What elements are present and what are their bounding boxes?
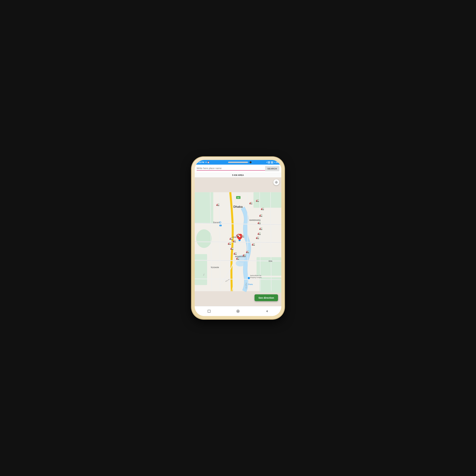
truck-marker-8[interactable]: 🚛 (257, 232, 261, 235)
phone-camera (250, 161, 252, 163)
truck-marker-19[interactable]: 🚛 (246, 250, 249, 253)
see-direction-button[interactable]: See direction (255, 294, 278, 301)
bottom-nav (195, 306, 281, 316)
svg-text:DDA: DDA (269, 260, 272, 262)
svg-text:Dhaka: Dhaka (233, 205, 243, 208)
status-left: 6:32 PM ✈ ⏰ (197, 161, 210, 163)
truck-marker-5[interactable]: 🚛 (259, 214, 262, 217)
svg-text:Banani: Banani (213, 221, 220, 224)
location-button[interactable] (273, 179, 279, 185)
truck-marker-12[interactable]: 🚛 (229, 237, 233, 240)
svg-marker-48 (266, 310, 267, 312)
truck-marker-13[interactable]: 🚛 (233, 239, 236, 242)
svg-point-44 (275, 181, 277, 183)
search-button[interactable]: SEARCH (265, 166, 279, 171)
nav-square-button[interactable] (207, 309, 211, 313)
truck-marker-14[interactable]: 🚛 (228, 242, 231, 245)
map-svg: N3 Dhaka Banani BARIDHARA GULSHAN MOHAKH… (195, 177, 281, 306)
truck-marker-9[interactable]: 🚛 (256, 236, 259, 239)
status-time: 6:32 PM (197, 161, 204, 163)
truck-marker-18[interactable]: 🚛 (243, 253, 246, 256)
svg-text:Bashundhara City: Bashundhara City (250, 275, 261, 276)
svg-rect-4 (195, 254, 207, 285)
truck-marker-11[interactable]: 🚛 (241, 234, 244, 238)
svg-text:Shopping Complex: Shopping Complex (250, 277, 262, 278)
nav-home-button[interactable] (236, 309, 240, 313)
truck-marker-17[interactable]: 🚛 (236, 257, 239, 260)
status-signal: ↗ ▌▌ ▌▌ ≈ 100 (266, 161, 279, 163)
svg-text:B: B (220, 225, 221, 226)
phone-speaker (228, 162, 248, 163)
svg-text:Dhaka: Dhaka (248, 284, 253, 286)
status-icons: ✈ ⏰ (205, 161, 210, 163)
nav-back-button[interactable] (265, 309, 269, 313)
svg-point-47 (237, 310, 238, 312)
svg-point-43 (276, 182, 277, 183)
svg-text:BARIDHARA: BARIDHARA (249, 219, 261, 221)
truck-marker-3[interactable]: 🚛 (256, 199, 259, 202)
truck-marker-15[interactable]: 🚛 (230, 247, 234, 250)
svg-text:TEJGAON: TEJGAON (211, 267, 219, 268)
truck-marker-4[interactable]: 🚛 (261, 207, 264, 210)
search-input[interactable] (197, 167, 265, 170)
search-bar: SEARCH (195, 165, 281, 173)
area-label: 5 KM AREA (195, 173, 281, 177)
svg-rect-45 (208, 310, 210, 312)
truck-marker-2[interactable]: 🚛 (249, 201, 253, 204)
svg-point-7 (196, 229, 212, 248)
truck-marker-10[interactable]: 🚛 (236, 234, 239, 237)
phone-screen: 6:32 PM ✈ ⏰ ↗ ▌▌ ▌▌ ≈ 100 SEARCH 5 KM AR… (195, 160, 281, 316)
svg-text:Pragati Sarn...: Pragati Sarn... (245, 283, 247, 289)
truck-marker-16[interactable]: 🚛 (234, 252, 237, 255)
truck-marker-7[interactable]: 🚛 (259, 227, 262, 230)
svg-point-2 (236, 260, 245, 266)
truck-marker-1[interactable]: 🚛 (216, 203, 220, 206)
svg-point-33 (248, 277, 250, 279)
status-right: ↗ ▌▌ ▌▌ ≈ 100 (266, 161, 279, 163)
truck-marker-6[interactable]: 🚛 (257, 221, 261, 224)
truck-marker-20[interactable]: 🚛 (252, 243, 255, 246)
map-container[interactable]: N3 Dhaka Banani BARIDHARA GULSHAN MOHAKH… (195, 177, 281, 306)
phone-frame: 6:32 PM ✈ ⏰ ↗ ▌▌ ▌▌ ≈ 100 SEARCH 5 KM AR… (192, 157, 284, 319)
svg-text:N3: N3 (237, 197, 239, 199)
